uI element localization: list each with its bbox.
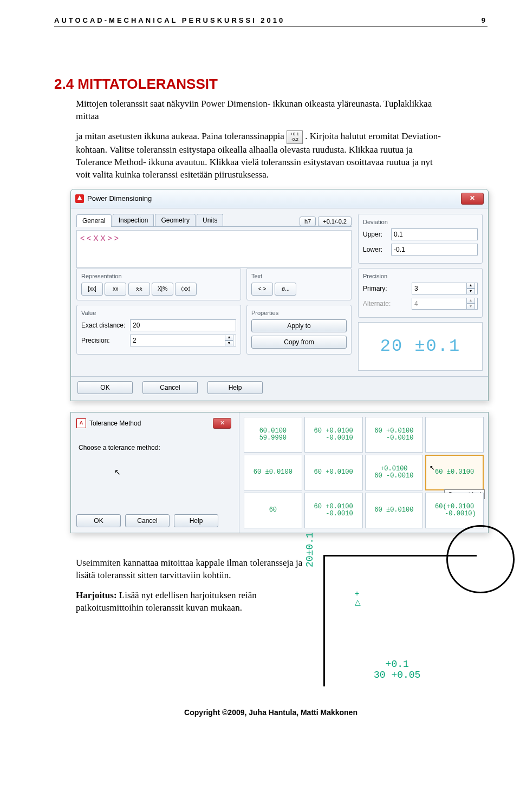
precision-spinner[interactable]: 2 ▲▼ [130,335,236,346]
cursor-icon: ↖ [430,463,435,473]
representation-label: Representation [81,273,236,279]
footer-copyright: Copyright ©2009, Juha Hantula, Matti Mak… [54,708,487,717]
text-btn-diameter[interactable]: ø... [275,283,296,296]
apply-to-button[interactable]: Apply to [251,319,347,332]
lower-label: Lower: [363,246,391,253]
dialog2-title: Tolerance Method [89,420,141,427]
chevron-up-icon[interactable]: ▲ [225,335,233,340]
tolerance-toggle-button[interactable]: +0.1/-0.2 [318,217,352,226]
tol-option[interactable]: 60 +0.0100 [304,455,363,490]
horizontal-dimension: +0.1 30 +0.05 [374,659,420,681]
header-title: AUTOCAD-MECHANICAL PERUSKURSSI 2010 [54,16,285,24]
chevron-up-icon[interactable]: ▲ [466,283,475,289]
upper-label: Upper: [363,231,391,238]
dimension-preview[interactable]: 20 ±0.1 [358,322,483,371]
precision-label: Precision: [81,337,130,344]
choose-prompt: Choose a tolerance method: [79,444,233,451]
dialog2-titlebar[interactable]: A Tolerance Method ✕ [76,416,233,434]
app-icon: A [76,418,86,428]
tol-option[interactable]: 60 ±0.0100 [365,493,424,528]
tab-units[interactable]: Units [197,214,223,226]
tol-option[interactable]: 60 [244,493,302,528]
tol-option[interactable]: 60 ±0.0100 [244,455,302,490]
tol-option[interactable]: 60 +0.0100 -0.0010 [304,493,363,528]
tol-option[interactable]: +0.010060 -0.0010 [365,455,424,490]
tab-geometry[interactable]: Geometry [155,214,196,226]
bottom-p2: Harjoitus: Lisää nyt edellisen harjoituk… [76,590,307,614]
properties-label: Properties [251,310,347,316]
tol-option[interactable]: 60(+0.0100 -0.0010) [425,493,484,528]
exact-distance-label: Exact distance: [81,322,130,329]
tol-option[interactable]: 60 +0.0100 -0.0010 [365,417,424,453]
tol-option[interactable]: 60.010059.9990 [244,417,302,453]
power-dimensioning-dialog: Power Dimensioning ✕ General Inspection … [70,189,489,401]
tolerance-grid: 60.010059.9990 60 +0.0100 -0.0010 60 +0.… [239,412,488,533]
page-number: 9 [482,16,487,24]
hole-circle [446,525,515,593]
chevron-down-icon[interactable]: ▼ [225,340,233,346]
cancel-button[interactable]: Cancel [142,381,198,394]
value-label: Value [81,310,236,316]
tab-general[interactable]: General [76,214,112,227]
expression-field[interactable]: < < X X > > [76,230,352,268]
chevron-down-icon[interactable]: ▼ [466,289,475,294]
text-label: Text [251,273,347,279]
close-icon[interactable]: ✕ [461,193,484,205]
copy-from-button[interactable]: Copy from [251,336,347,349]
h7-button[interactable]: h7 [300,217,316,226]
app-icon [75,194,84,203]
tol-option[interactable]: 60 +0.0100 -0.0010 [304,417,363,453]
tab-inspection[interactable]: Inspection [113,214,154,226]
precision-group-label: Precision [363,273,478,279]
exact-distance-input[interactable] [130,319,236,331]
tolerance-method-dialog: A Tolerance Method ✕ Choose a tolerance … [70,412,489,533]
running-header: AUTOCAD-MECHANICAL PERUSKURSSI 2010 9 [54,16,487,27]
cad-drawing: 20±0.1 +△ +0.1 30 +0.05 [323,555,477,686]
dialog-titlebar[interactable]: Power Dimensioning ✕ [71,189,488,208]
primary-label: Primary: [363,285,412,292]
ok-button[interactable]: OK [77,381,133,394]
help-button[interactable]: Help [207,381,263,394]
ok-button[interactable]: OK [76,514,121,527]
rep-btn-5[interactable]: ⟨xx⟩ [175,283,197,296]
tol-option[interactable] [425,417,484,453]
para2: ja mitan asetusten ikkuna aukeaa. Paina … [76,130,444,181]
tolerance-button-icon: +0.1 -0.2 [287,130,303,144]
para1: Mittojen toleranssit saat näkyviin Power… [76,98,444,123]
deviation-label: Deviation [363,219,478,225]
section-heading: 2.4 MITTATOLERANSSIT [54,76,487,93]
primary-spinner[interactable]: 3 ▲▼ [412,283,478,294]
rep-btn-1[interactable]: [xx] [81,283,103,296]
datum-markers: +△ [355,589,361,606]
rep-btn-2[interactable]: xx [105,283,126,296]
alternate-spinner: 4 ▲▼ [412,298,478,310]
lower-input[interactable] [391,244,478,256]
close-icon[interactable]: ✕ [213,418,231,429]
upper-input[interactable] [391,228,478,240]
bottom-p1: Useimmiten kannattaa mitoittaa kappale i… [76,557,307,582]
body-text: Mittojen toleranssit saat näkyviin Power… [76,98,444,181]
tol-option-selected[interactable]: ↖ 60 ±0.0100 Symmetrical [425,455,484,490]
cancel-button[interactable]: Cancel [125,514,170,527]
text-btn-brackets[interactable]: < > [251,283,273,296]
tab-row: General Inspection Geometry Units h7 +0.… [76,214,352,227]
rep-btn-3[interactable]: x̄x̄ [128,283,150,296]
help-button[interactable]: Help [174,514,218,527]
vertical-dimension: 20±0.1 [304,532,315,567]
alternate-label: Alternate: [363,300,412,307]
representation-buttons: [xx] xx x̄x̄ X|% ⟨xx⟩ [81,283,236,296]
rep-btn-4[interactable]: X|% [152,283,173,296]
dialog-title: Power Dimensioning [87,194,461,202]
